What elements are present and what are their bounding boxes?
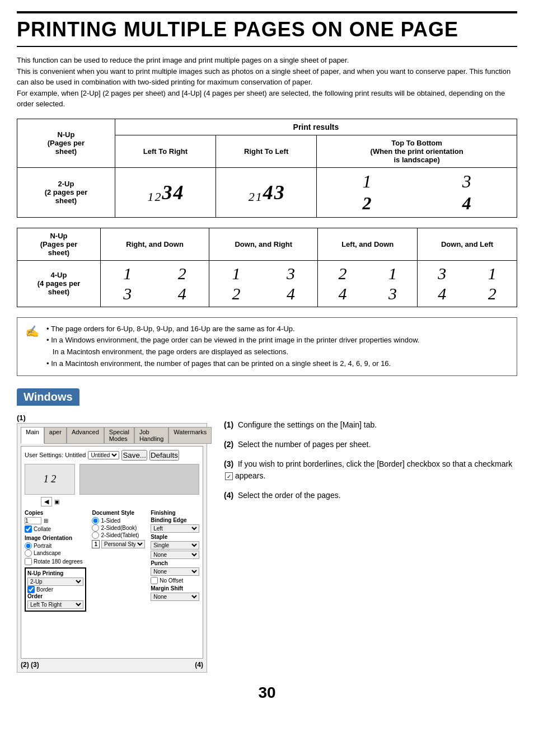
2sided-book-radio-row: 2-Sided(Book) (92, 524, 145, 532)
intro-text: This function can be used to reduce the … (17, 55, 517, 110)
2sided-book-label: 2-Sided(Book) (101, 525, 137, 531)
tab-paper[interactable]: aper (44, 427, 67, 444)
binding-edge-select[interactable]: Left (151, 524, 199, 533)
checkmark-box: ✓ (225, 472, 233, 480)
tab-watermarks[interactable]: Watermarks (168, 427, 212, 444)
portrait-radio-row: Portrait (25, 542, 86, 550)
col-right-down: Right, and Down (100, 228, 209, 260)
tab-special-modes[interactable]: Special Modes (104, 427, 134, 444)
no-offset-checkbox[interactable] (151, 577, 158, 584)
nup-label: N-Up Printing (27, 570, 83, 576)
copies-spinner[interactable]: ⊞ (44, 518, 48, 524)
personal-style-select[interactable]: Personal Style (101, 540, 145, 548)
2sided-book-radio[interactable] (92, 524, 99, 532)
num-1: 1 (362, 171, 371, 192)
margin-shift-select[interactable]: None (151, 593, 199, 601)
step-4: (4) Select the order of the pages. (224, 490, 517, 501)
rotate-row: Rotate 180 degrees (25, 558, 86, 565)
label-23: (2) (3) (21, 661, 39, 669)
2up-label: 2-Up(2 pages persheet) (17, 167, 115, 217)
4up-ld-cell: 21 43 (318, 260, 418, 307)
portrait-radio[interactable] (25, 542, 32, 550)
note-2: • In a Windows environment, the page ord… (46, 335, 419, 358)
order-select[interactable]: Left To Right (27, 600, 83, 609)
2sided-tablet-radio[interactable] (92, 532, 99, 539)
1sided-radio-row: 1-Sided (92, 517, 145, 524)
defaults-button[interactable]: Defaults (149, 450, 179, 461)
copies-label: Copies (25, 510, 86, 516)
order-label: Order (27, 593, 83, 599)
2up-ltr-cell: 1 2 3 4 (115, 167, 216, 217)
print-results-table-4up: N-Up(Pages persheet) Right, and Down Dow… (17, 228, 517, 307)
copies-input[interactable] (25, 517, 41, 524)
4up-dl-cell: 31 42 (418, 260, 517, 307)
step-3: (3) If you wish to print borderlines, cl… (224, 458, 517, 482)
binding-edge-label: Binding Edge (151, 517, 199, 523)
punch-select[interactable]: None (151, 567, 199, 576)
border-label: Border (36, 586, 53, 593)
step-4-text: Select the order of the pages. (238, 491, 341, 500)
landscape-label: Landscape (34, 550, 61, 556)
image-orientation-label: Image Orientation (25, 535, 86, 541)
nup-header: N-Up(Pages persheet) (17, 119, 115, 167)
num-3: 3 (162, 181, 172, 204)
windows-content: (1) Main aper Advanced Special Modes Job… (17, 414, 517, 673)
screenshot-container: (1) Main aper Advanced Special Modes Job… (17, 414, 207, 673)
step-3-text-after: appears. (235, 471, 265, 480)
right-preview (79, 464, 199, 506)
2up-rtl-cell: 2 1 4 3 (216, 167, 317, 217)
step-1-num: (1) (224, 420, 233, 429)
note-3: • In a Macintosh environment, the number… (46, 358, 419, 370)
personal-style-num: 1 (92, 540, 100, 548)
form-left: Copies ⊞ Collate Image Orientation (25, 510, 86, 612)
portrait-label: Portrait (34, 543, 51, 549)
num-3: 3 (274, 181, 284, 204)
tab-advanced[interactable]: Advanced (67, 427, 104, 444)
label-4: (4) (195, 661, 203, 669)
step-1-text: Configure the settings on the [Main] tab… (238, 420, 377, 429)
step-1: (1) Configure the settings on the [Main]… (224, 419, 517, 431)
num-1: 1 (256, 190, 262, 204)
preview-area: 1 2 (25, 464, 75, 495)
note-1: • The page orders for 6-Up, 8-Up, 9-Up, … (46, 323, 419, 335)
preview-controls: ◀ ▣ (41, 497, 59, 506)
tab-job-handling[interactable]: Job Handling (134, 427, 168, 444)
1sided-label: 1-Sided (101, 518, 120, 524)
num-2: 2 (154, 190, 161, 204)
save-button[interactable]: Save... (121, 450, 147, 461)
landscape-radio-row: Landscape (25, 550, 86, 557)
no-offset-label: No Offset (160, 577, 183, 584)
step-2: (2) Select the number of pages per sheet… (224, 439, 517, 450)
user-settings-select[interactable]: Untitled (88, 451, 119, 459)
label-1: (1) (17, 414, 207, 422)
preview-num1: 1 (44, 473, 49, 485)
nup-select[interactable]: 2-Up (27, 577, 83, 586)
4up-dr-cell: 13 24 (209, 260, 318, 307)
collate-checkbox[interactable] (25, 525, 32, 533)
doc-style-label: Document Style (92, 510, 145, 516)
preview-page-indicator: ▣ (54, 499, 59, 505)
landscape-radio[interactable] (25, 550, 32, 557)
num-2: 2 (362, 193, 371, 214)
nup-header-4up: N-Up(Pages persheet) (17, 228, 101, 260)
win-tabs: Main aper Advanced Special Modes Job Han… (21, 427, 203, 444)
tab-main[interactable]: Main (21, 427, 44, 444)
print-results-table-2up: N-Up(Pages persheet) Print results Left … (17, 119, 517, 218)
staple-label: Staple (151, 534, 199, 540)
form-right: Finishing Binding Edge Left Staple Singl… (151, 510, 199, 612)
win-body: User Settings: Untitled Untitled Save...… (21, 446, 203, 659)
num-2: 2 (249, 190, 255, 204)
2up-ttb-cell: 1 3 2 4 (317, 167, 517, 217)
border-checkbox[interactable] (27, 586, 35, 593)
num-4: 4 (263, 181, 273, 204)
staple-select[interactable]: Single (151, 541, 199, 550)
1sided-radio[interactable] (92, 517, 99, 524)
staple-pos-select[interactable]: None (151, 551, 199, 559)
preview-col: 1 2 ◀ ▣ (25, 464, 75, 506)
win-user-settings-row: User Settings: Untitled Untitled Save...… (25, 450, 199, 461)
step-3-num: (3) (224, 459, 233, 468)
rotate-checkbox[interactable] (25, 558, 32, 565)
prev-btn[interactable]: ◀ (41, 497, 52, 506)
bottom-labels: (2) (3) (4) (21, 661, 203, 669)
col-left-down: Left, and Down (318, 228, 418, 260)
